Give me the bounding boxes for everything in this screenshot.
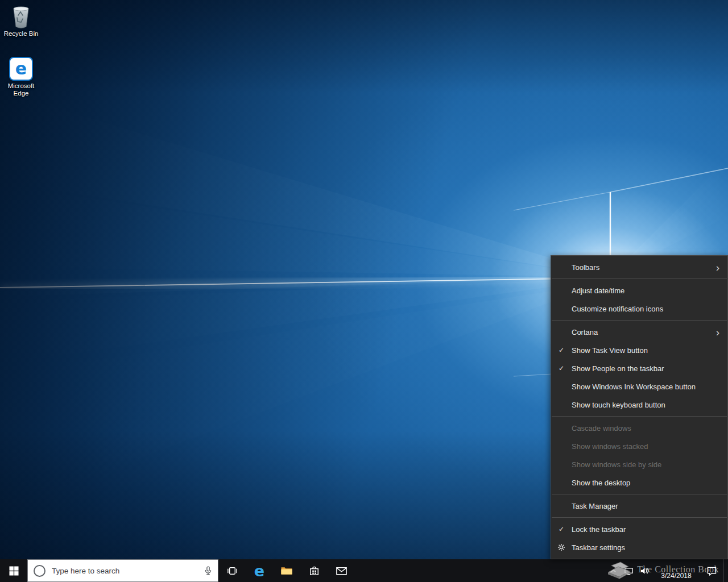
store-button[interactable] bbox=[300, 559, 328, 582]
mail-icon bbox=[335, 564, 348, 577]
cortana-icon bbox=[34, 565, 46, 577]
submenu-arrow-icon: › bbox=[716, 327, 723, 338]
volume-icon bbox=[640, 567, 650, 575]
edge-e-glyph: e bbox=[15, 60, 27, 77]
menu-item-show-windows-side-by-side: Show windows side by side bbox=[551, 455, 727, 473]
recycle-bin-icon bbox=[9, 5, 33, 28]
network-icon bbox=[624, 567, 634, 575]
task-view-button[interactable] bbox=[218, 559, 246, 582]
desktop-icon-label: Microsoft Edge bbox=[0, 82, 42, 97]
menu-item-label: Adjust date/time bbox=[572, 286, 723, 295]
action-center-button[interactable] bbox=[700, 559, 723, 582]
menu-item-show-people-on-the-taskbar[interactable]: ✓Show People on the taskbar bbox=[551, 359, 727, 377]
search-input[interactable] bbox=[51, 566, 199, 576]
menu-item-label: Show windows stacked bbox=[572, 442, 723, 451]
menu-item-label: Show Windows Ink Workspace button bbox=[572, 383, 723, 391]
network-tray-button[interactable] bbox=[621, 559, 636, 582]
menu-separator bbox=[552, 517, 727, 518]
menu-item-show-task-view-button[interactable]: ✓Show Task View button bbox=[551, 341, 727, 359]
menu-item-label: Toolbars bbox=[572, 263, 716, 272]
checkmark-icon: ✓ bbox=[551, 525, 572, 533]
action-center-icon bbox=[706, 566, 717, 576]
menu-item-label: Customize notification icons bbox=[572, 305, 723, 313]
menu-item-label: Task Manager bbox=[572, 502, 723, 510]
volume-tray-button[interactable] bbox=[636, 559, 652, 582]
menu-separator bbox=[552, 278, 727, 279]
taskbar: e bbox=[0, 559, 728, 582]
desktop-icon-microsoft-edge[interactable]: e Microsoft Edge bbox=[0, 57, 42, 97]
menu-item-label: Show windows side by side bbox=[572, 460, 723, 469]
menu-item-cortana[interactable]: Cortana› bbox=[551, 323, 727, 341]
menu-item-label: Show the desktop bbox=[572, 479, 723, 487]
submenu-arrow-icon: › bbox=[716, 262, 723, 273]
tray-show-hidden-icons-button[interactable] bbox=[606, 559, 621, 582]
menu-separator bbox=[552, 320, 727, 321]
microsoft-edge-icon: e bbox=[9, 57, 33, 81]
task-view-icon bbox=[226, 564, 239, 577]
gear-icon bbox=[551, 543, 572, 551]
mail-button[interactable] bbox=[328, 559, 355, 582]
microphone-icon[interactable] bbox=[204, 566, 212, 575]
checkmark-icon: ✓ bbox=[551, 346, 572, 354]
chevron-up-icon bbox=[610, 567, 617, 575]
windows-logo-icon bbox=[9, 566, 19, 576]
menu-item-task-manager[interactable]: Task Manager bbox=[551, 497, 727, 515]
menu-item-label: Show Task View button bbox=[572, 346, 723, 355]
menu-item-show-windows-stacked: Show windows stacked bbox=[551, 437, 727, 455]
menu-item-toolbars[interactable]: Toolbars› bbox=[551, 258, 727, 276]
menu-item-label: Lock the taskbar bbox=[572, 525, 723, 534]
menu-item-adjust-date-time[interactable]: Adjust date/time bbox=[551, 281, 727, 300]
menu-item-show-touch-keyboard-button[interactable]: Show touch keyboard button bbox=[551, 396, 727, 414]
tray-date: 3/24/2018 bbox=[661, 572, 691, 580]
desktop: Recycle Bin e Microsoft Edge Toolbars›Ad… bbox=[0, 0, 728, 582]
menu-separator bbox=[552, 416, 727, 417]
start-button[interactable] bbox=[0, 559, 27, 582]
menu-item-show-windows-ink-workspace-button[interactable]: Show Windows Ink Workspace button bbox=[551, 377, 727, 396]
checkmark-icon: ✓ bbox=[551, 364, 572, 372]
menu-item-show-the-desktop[interactable]: Show the desktop bbox=[551, 473, 727, 492]
desktop-icon-recycle-bin[interactable]: Recycle Bin bbox=[0, 5, 42, 38]
taskbar-edge-button[interactable]: e bbox=[246, 559, 273, 582]
taskbar-clock[interactable]: 3/24/2018 bbox=[652, 559, 700, 582]
file-explorer-button[interactable] bbox=[273, 559, 300, 582]
system-tray: 3/24/2018 bbox=[606, 559, 728, 582]
menu-item-cascade-windows: Cascade windows bbox=[551, 419, 727, 437]
microsoft-edge-icon: e bbox=[254, 563, 264, 579]
menu-item-lock-the-taskbar[interactable]: ✓Lock the taskbar bbox=[551, 520, 727, 538]
menu-item-label: Cascade windows bbox=[572, 424, 723, 433]
microsoft-store-icon bbox=[308, 564, 321, 577]
menu-item-label: Show People on the taskbar bbox=[572, 364, 723, 373]
show-desktop-button[interactable] bbox=[723, 559, 728, 582]
menu-item-label: Show touch keyboard button bbox=[572, 401, 723, 409]
menu-item-label: Taskbar settings bbox=[572, 543, 723, 552]
taskbar-context-menu: Toolbars›Adjust date/timeCustomize notif… bbox=[551, 255, 728, 559]
menu-item-customize-notification-icons[interactable]: Customize notification icons bbox=[551, 300, 727, 318]
file-explorer-icon bbox=[280, 564, 293, 577]
menu-item-taskbar-settings[interactable]: Taskbar settings bbox=[551, 538, 727, 556]
desktop-icon-label: Recycle Bin bbox=[0, 30, 42, 38]
menu-item-label: Cortana bbox=[572, 328, 716, 336]
taskbar-search[interactable] bbox=[27, 559, 218, 582]
menu-separator bbox=[552, 494, 727, 494]
